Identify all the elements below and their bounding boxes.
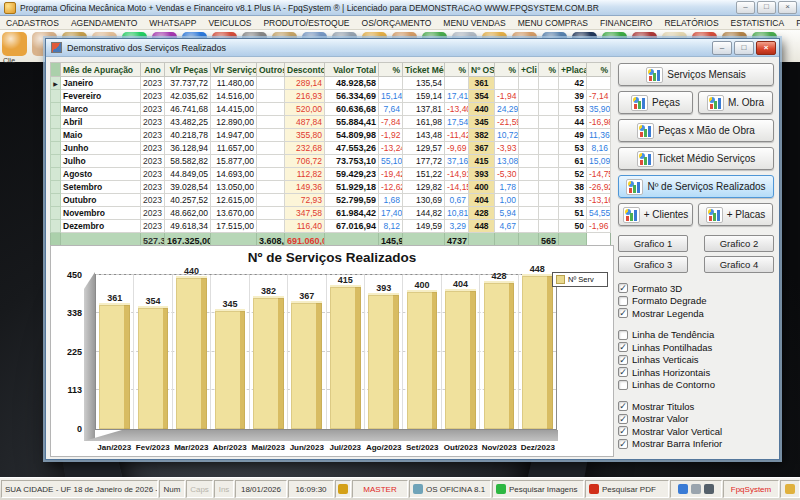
menu-item-agendamento[interactable]: AGENDAMENTO bbox=[65, 18, 143, 28]
services-table[interactable]: Mês de ApuraçãoAnoVlr PeçasVlr ServiçoOu… bbox=[50, 62, 611, 249]
grafico-button-grafico-3[interactable]: Grafico 3 bbox=[618, 256, 688, 273]
checkbox-box: ✓ bbox=[618, 355, 628, 365]
report-button-clientes[interactable]: + Clientes bbox=[618, 203, 693, 226]
grafico-button-grafico-1[interactable]: Grafico 1 bbox=[618, 235, 688, 252]
chart-x-axis: Jan/2023Fev/2023Mar/2023Abr/2023Mai/2023… bbox=[95, 443, 557, 452]
report-button-label: Ticket Médio Serviços bbox=[658, 153, 755, 164]
column-header-ticket-m-dio-9: Ticket Médio bbox=[403, 63, 445, 77]
chart-panel: Nº de Serviços Realizados 01132253384503… bbox=[50, 245, 614, 457]
checkbox-box: ✓ bbox=[618, 367, 628, 377]
close-button[interactable]: × bbox=[778, 1, 797, 14]
grafico-button-grafico-4[interactable]: Grafico 4 bbox=[704, 256, 774, 273]
chart-button-icon bbox=[637, 123, 654, 139]
checkbox-mostrar-barra-inferior[interactable]: ✓Mostrar Barra Inferior bbox=[618, 438, 774, 451]
cell-pct: -26,92 bbox=[587, 181, 611, 194]
user-label: MASTER bbox=[363, 485, 396, 494]
dialog-minimize-button[interactable]: – bbox=[712, 41, 732, 55]
monitor-icon[interactable] bbox=[704, 484, 714, 494]
checkbox-mostrar-legenda[interactable]: ✓Mostrar Legenda bbox=[618, 307, 774, 320]
column-header-m-s-de-apura-o-1: Mês de Apuração bbox=[61, 63, 141, 77]
dialog-titlebar[interactable]: Demonstrativo dos Serviços Realizados – … bbox=[46, 39, 779, 57]
table-row-setembro[interactable]: Setembro202339.028,5413.050,00149,3651.9… bbox=[51, 181, 611, 194]
menu-item-whatsapp[interactable]: WHATSAPP bbox=[143, 18, 202, 28]
cell-ticket: 137,81 bbox=[403, 103, 445, 116]
menu-item-cadastros[interactable]: CADASTROS bbox=[0, 18, 65, 28]
table-row-fevereiro[interactable]: Fevereiro202342.035,6214.516,00216,9356.… bbox=[51, 90, 611, 103]
bar-value-label: 361 bbox=[107, 293, 122, 303]
table-row-novembro[interactable]: Novembro202348.662,0013.670,00347,5861.9… bbox=[51, 207, 611, 220]
cell-desc: 706,72 bbox=[285, 155, 325, 168]
cell-pct: 10,72 bbox=[495, 129, 519, 142]
dialog-window: Demonstrativo dos Serviços Realizados – … bbox=[45, 38, 780, 460]
table-row-outubro[interactable]: Outubro202340.257,5212.615,0072,9352.799… bbox=[51, 194, 611, 207]
checkbox-linhas-de-contorno[interactable]: Linhas de Contorno bbox=[618, 379, 774, 392]
checkbox-mostrar-valor-vertical[interactable]: ✓Mostrar Valor Vertical bbox=[618, 425, 774, 438]
image-search-icon bbox=[496, 484, 506, 494]
search-pdf-button[interactable]: Pesquisar PDF bbox=[585, 480, 669, 498]
cell-os: 393 bbox=[469, 168, 495, 181]
table-row-marco[interactable]: Marco202346.741,6814.415,00520,0060.636,… bbox=[51, 103, 611, 116]
grafico-button-grafico-2[interactable]: Grafico 2 bbox=[704, 235, 774, 252]
checkbox-mostrar-valor[interactable]: ✓Mostrar Valor bbox=[618, 413, 774, 426]
cell-total: 60.636,68 bbox=[325, 103, 379, 116]
menu-item-produto-estoque[interactable]: PRODUTO/ESTOQUE bbox=[257, 18, 355, 28]
report-button-placas[interactable]: + Placas bbox=[698, 203, 773, 226]
menu-item-menu-compras[interactable]: MENU COMPRAS bbox=[512, 18, 594, 28]
cell-num: 15.877,00 bbox=[211, 155, 257, 168]
pct-negative: -1,96 bbox=[589, 221, 608, 231]
explorer-icon[interactable] bbox=[678, 484, 688, 494]
dialog-maximize-button[interactable]: □ bbox=[734, 41, 754, 55]
cell-os: 354 bbox=[469, 90, 495, 103]
menu-item-financeiro[interactable]: FINANCEIRO bbox=[594, 18, 658, 28]
report-button-ticket-m-dio-servi-os[interactable]: Ticket Médio Serviços bbox=[618, 147, 774, 170]
bar-value-label: 400 bbox=[415, 280, 430, 290]
report-button-pe-as-x-m-o-de-obra[interactable]: Peças x Mão de Obra bbox=[618, 119, 774, 142]
minimize-button[interactable]: – bbox=[736, 1, 755, 14]
x-axis-label-dez-2023: Dez/2023 bbox=[519, 443, 558, 452]
checkbox-formato-degrade[interactable]: Formato Degrade bbox=[618, 295, 774, 308]
report-button-m-obra[interactable]: M. Obra bbox=[698, 91, 773, 114]
table-row-julho[interactable]: Julho202358.582,8215.877,00706,7273.753,… bbox=[51, 155, 611, 168]
cell-pct: -1,92 bbox=[379, 129, 403, 142]
table-row-abril[interactable]: Abril202343.482,2512.890,00487,8455.884,… bbox=[51, 116, 611, 129]
menu-item-os-or-amento[interactable]: OS/ORÇAMENTO bbox=[356, 18, 438, 28]
dialog-title: Demonstrativo dos Serviços Realizados bbox=[67, 43, 226, 53]
cell-pct: -9,69 bbox=[445, 142, 469, 155]
checkbox-linha-de-tend-ncia[interactable]: Linha de Tendência bbox=[618, 329, 774, 342]
checkbox-formato-3d[interactable]: ✓Formato 3D bbox=[618, 282, 774, 295]
printer-icon[interactable] bbox=[691, 484, 701, 494]
checkbox-linhas-verticais[interactable]: ✓Linhas Verticais bbox=[618, 354, 774, 367]
menu-item-ferramentas[interactable]: FERRAMENTAS bbox=[790, 18, 800, 28]
cell-ticket: 135,54 bbox=[403, 77, 445, 90]
status-time: 16:09:30 bbox=[288, 480, 334, 498]
dialog-close-button[interactable]: × bbox=[756, 41, 776, 55]
table-row-agosto[interactable]: Agosto202344.849,0514.693,00112,8259.429… bbox=[51, 168, 611, 181]
checkbox-mostrar-titulos[interactable]: ✓Mostrar Titulos bbox=[618, 400, 774, 413]
bar-jul-2023 bbox=[330, 285, 361, 429]
menu-item-veiculos[interactable]: VEICULOS bbox=[202, 18, 257, 28]
report-button-n-de-servi-os-realizados[interactable]: Nº de Serviços Realizados bbox=[618, 175, 774, 198]
menu-item-relat-rios[interactable]: RELATÓRIOS bbox=[658, 18, 724, 28]
clients-icon[interactable]: Clie bbox=[2, 32, 27, 56]
cell-num: 11.480,00 bbox=[211, 77, 257, 90]
table-row-dezembro[interactable]: Dezembro202349.618,3417.515,00116,4067.0… bbox=[51, 220, 611, 233]
checkbox-linhas-horizontais[interactable]: ✓Linhas Horizontais bbox=[618, 366, 774, 379]
cell-pct bbox=[539, 194, 559, 207]
checkbox-linhas-pontilhadas[interactable]: ✓Linhas Pontilhadas bbox=[618, 341, 774, 354]
cell-pct: -3,93 bbox=[495, 142, 519, 155]
cell-pct: 17,54 bbox=[445, 116, 469, 129]
cell-placa: 53 bbox=[559, 103, 587, 116]
cell-pct bbox=[539, 116, 559, 129]
restore-button[interactable]: □ bbox=[757, 1, 776, 14]
table-row-maio[interactable]: Maio202340.218,7814.947,00355,8054.809,9… bbox=[51, 129, 611, 142]
table-row-janeiro[interactable]: ▶Janeiro202337.737,7211.480,00289,1448.9… bbox=[51, 77, 611, 90]
report-button-pe-as[interactable]: Peças bbox=[618, 91, 693, 114]
menu-item-menu-vendas[interactable]: MENU VENDAS bbox=[437, 18, 511, 28]
report-button-servi-os-mensais[interactable]: Serviços Mensais bbox=[618, 63, 774, 86]
menu-item-estatistica[interactable]: ESTATISTICA bbox=[725, 18, 791, 28]
x-axis-label-jun-2023: Jun/2023 bbox=[288, 443, 327, 452]
cell-placa: 61 bbox=[559, 155, 587, 168]
table-row-junho[interactable]: Junho202336.128,9411.657,00232,6847.553,… bbox=[51, 142, 611, 155]
chart-column: 415 bbox=[327, 275, 365, 429]
search-images-button[interactable]: Pesquisar Imagens bbox=[492, 480, 584, 498]
